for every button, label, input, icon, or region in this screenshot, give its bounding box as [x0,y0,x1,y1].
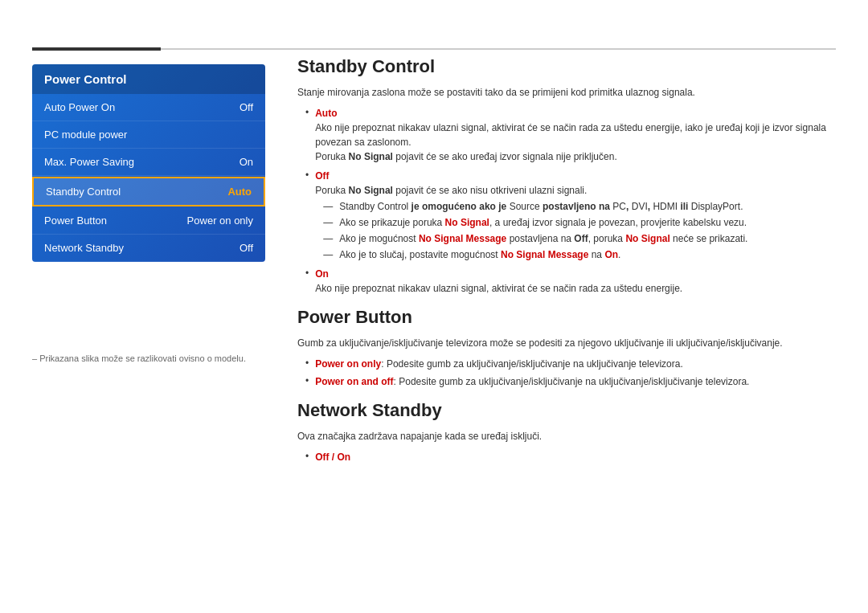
bullet-dot-auto: • [305,107,309,118]
bullet-dot-off-on: • [305,451,309,462]
sub-text-4: Ako je to slučaj, postavite mogućnost No… [339,247,620,262]
off-note: Poruka No Signal pojavit će se ako nisu … [315,185,587,196]
sidebar-value-power-button: Power on only [187,215,253,227]
power-on-and-off-text: : Podesite gumb za uključivanje/isključi… [394,376,750,387]
top-bar [32,48,836,50]
bullet-dot-power-on-and-off: • [305,375,309,386]
bullet-power-on-only: • Power on only: Podesite gumb za uključ… [305,357,836,371]
network-standby-bullets: • Off / On [305,450,836,464]
sidebar-value-auto-power-on: Off [240,101,253,113]
standby-control-section: Standby Control Stanje mirovanja zaslona… [297,56,836,296]
standby-control-title: Standby Control [297,56,836,77]
bullet-content-on: On Ako nije prepoznat nikakav ulazni sig… [315,267,682,296]
network-standby-title: Network Standby [297,400,836,421]
main-content: Standby Control Stanje mirovanja zaslona… [297,56,836,581]
sidebar-item-power-button[interactable]: Power Button Power on only [32,207,265,235]
bullet-content-off: Off Poruka No Signal pojavit će se ako n… [315,169,747,262]
standby-control-intro: Stanje mirovanja zaslona može se postavi… [297,85,836,100]
sidebar-label-pc-module-power: PC module power [44,129,127,141]
sub-dash-2: — [323,215,333,230]
sidebar-label-network-standby: Network Standby [44,242,124,254]
sidebar-label-power-button: Power Button [44,215,107,227]
sidebar-value-max-power-saving: On [240,156,253,168]
sidebar-label-auto-power-on: Auto Power On [44,101,115,113]
off-on-label: Off / On [315,452,350,463]
sidebar-item-network-standby[interactable]: Network Standby Off [32,235,265,262]
power-on-only-text: : Podesite gumb za uključivanje/isključi… [381,358,683,370]
sub-bullet-4: — Ako je to slučaj, postavite mogućnost … [323,247,747,262]
bullet-content-off-on: Off / On [315,450,350,464]
sub-dash-4: — [323,247,333,262]
bullet-content-auto: Auto Ako nije prepoznat nikakav ulazni s… [315,106,836,164]
bullet-dot-off: • [305,170,309,181]
sidebar-item-standby-control[interactable]: Standby Control Auto [32,177,265,206]
sidebar-note: – Prikazana slika može se razlikovati ov… [32,353,246,363]
standby-control-bullets: • Auto Ako nije prepoznat nikakav ulazni… [305,106,836,296]
sidebar-label-standby-control: Standby Control [46,186,121,198]
bullet-power-on-and-off: • Power on and off: Podesite gumb za ukl… [305,374,836,389]
network-standby-intro: Ova značajka zadržava napajanje kada se … [297,429,836,443]
network-standby-section: Network Standby Ova značajka zadržava na… [297,400,836,464]
on-label: On [315,268,329,280]
sidebar-item-pc-module-power[interactable]: PC module power [32,121,265,149]
sidebar-item-auto-power-on[interactable]: Auto Power On Off [32,94,265,121]
sub-bullet-2: — Ako se prikazuje poruka No Signal, a u… [323,215,747,230]
power-button-section: Power Button Gumb za uključivanje/isklju… [297,307,836,389]
sidebar-value-network-standby: Off [240,242,253,254]
sub-dash-1: — [323,199,333,214]
sidebar-item-max-power-saving[interactable]: Max. Power Saving On [32,149,265,176]
sidebar-value-standby-control: Auto [227,186,252,198]
bullet-dot-on: • [305,268,309,279]
on-text: Ako nije prepoznat nikakav ulazni signal… [315,283,682,294]
power-on-and-off-label: Power on and off [315,376,393,387]
power-button-intro: Gumb za uključivanje/isključivanje telev… [297,336,836,350]
auto-text: Ako nije prepoznat nikakav ulazni signal… [315,122,826,148]
power-on-only-label: Power on only [315,358,381,370]
sub-bullet-1: — Standby Control je omogućeno ako je So… [323,199,747,214]
sidebar-label-max-power-saving: Max. Power Saving [44,156,134,168]
sub-text-1: Standby Control je omogućeno ako je Sour… [339,199,743,214]
bullet-dot-power-on-only: • [305,358,309,369]
sub-text-2: Ako se prikazuje poruka No Signal, a ure… [339,215,747,230]
bullet-auto: • Auto Ako nije prepoznat nikakav ulazni… [305,106,836,164]
sidebar: Power Control Auto Power On Off PC modul… [32,64,265,262]
sidebar-title: Power Control [32,64,265,94]
off-label: Off [315,170,329,182]
bullet-content-power-on-only: Power on only: Podesite gumb za uključiv… [315,357,683,371]
bullet-off: • Off Poruka No Signal pojavit će se ako… [305,169,836,262]
sub-bullet-3: — Ako je mogućnost No Signal Message pos… [323,231,747,246]
sub-dash-3: — [323,231,333,246]
bullet-content-power-on-and-off: Power on and off: Podesite gumb za uklju… [315,374,749,389]
auto-note: Poruka No Signal pojavit će se ako uređa… [315,151,617,162]
auto-label: Auto [315,108,337,119]
bullet-off-on: • Off / On [305,450,836,464]
bullet-on: • On Ako nije prepoznat nikakav ulazni s… [305,267,836,296]
power-button-title: Power Button [297,307,836,328]
sub-text-3: Ako je mogućnost No Signal Message posta… [339,231,747,246]
power-button-bullets: • Power on only: Podesite gumb za uključ… [305,357,836,389]
top-bar-accent [32,47,161,51]
